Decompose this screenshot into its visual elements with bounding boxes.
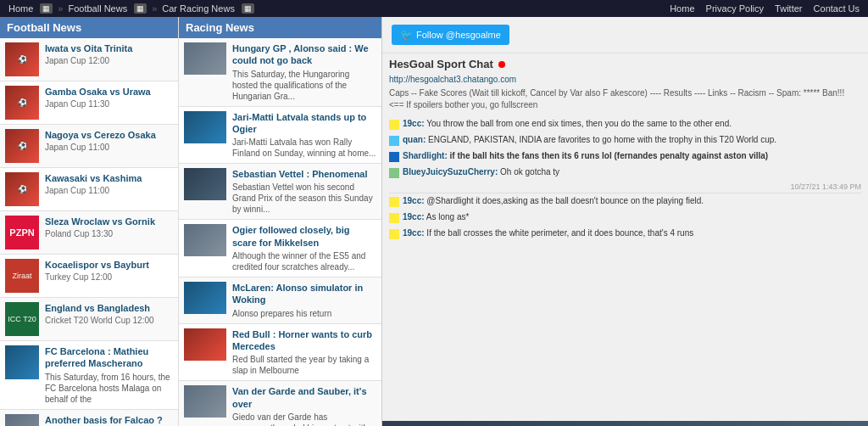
news-info: Nagoya vs Cerezo Osaka Japan Cup 11:00 — [45, 129, 173, 152]
news-excerpt: This Saturday, from 16 hours, the FC Bar… — [45, 372, 173, 405]
nav-right-home[interactable]: Home — [670, 3, 694, 14]
divider — [389, 193, 861, 193]
racing-title[interactable]: Sebastian Vettel : Phenomenal — [232, 168, 376, 180]
news-sub: Japan Cup 11:00 — [45, 143, 173, 152]
list-item: ICC T20 England vs Bangladesh Cricket T2… — [0, 298, 178, 341]
racing-info: McLaren: Alonso simulator in Woking Alon… — [232, 282, 376, 319]
racing-title[interactable]: Ogier followed closely, big scare for Mi… — [232, 224, 376, 249]
pzpn-logo: PZPN — [5, 216, 39, 249]
news-sub: Poland Cup 13:30 — [45, 229, 173, 238]
racing-excerpt: Jari-Matti Latvala has won Rally Finland… — [232, 137, 376, 159]
news-info: Kocaelispor vs Bayburt Turkey Cup 12:00 — [45, 259, 173, 282]
list-item: McLaren: Alonso simulator in Woking Alon… — [179, 277, 381, 324]
racing-title[interactable]: Red Bull : Horner wants to curb Mercedes — [232, 328, 376, 353]
chat-username: quan: — [403, 135, 426, 144]
news-title[interactable]: Nagoya vs Cerezo Osaka — [45, 129, 173, 141]
racing-excerpt: Alonso prepares his return — [232, 308, 376, 319]
football-column: Football News ⚽ Iwata vs Oita Trinita Ja… — [0, 17, 178, 426]
list-item: ⚽ Iwata vs Oita Trinita Japan Cup 12:00 — [0, 38, 178, 81]
list-item: ⚽ Kawasaki vs Kashima Japan Cup 11:00 — [0, 168, 178, 211]
news-title[interactable]: Kawasaki vs Kashima — [45, 172, 173, 184]
racing-thumb — [184, 224, 226, 256]
news-thumb: ⚽ — [5, 129, 39, 163]
list-item: Jari-Matti Latvala stands up to Ogier Ja… — [179, 107, 381, 165]
racing-excerpt: This Saturday, the Hungaroring hosted th… — [232, 69, 376, 102]
football-header: Football News — [0, 17, 178, 38]
user-color-block — [389, 213, 399, 223]
chat-username: 19cc: — [403, 212, 425, 221]
news-thumb: ⚽ — [5, 42, 39, 76]
list-item: Hungary GP , Alonso said : We could not … — [179, 38, 381, 107]
chat-timestamp: 10/27/21 1:43:49 PM — [389, 182, 861, 191]
news-sub: Turkey Cup 12:00 — [45, 272, 173, 282]
nav-right-contact[interactable]: Contact Us — [814, 3, 860, 14]
list-item: Another basis for Falcao ? This Saturday… — [0, 410, 178, 426]
chat-message: 19cc: @Shardlight it does,asking as the … — [389, 195, 861, 207]
nav-football[interactable]: Football News — [68, 3, 127, 14]
list-item: PZPN Sleza Wroclaw vs Gornik Poland Cup … — [0, 211, 178, 255]
racing-info: Red Bull : Horner wants to curb Mercedes… — [232, 328, 376, 377]
news-title[interactable]: Iwata vs Oita Trinita — [45, 42, 173, 54]
racing-thumb — [184, 328, 226, 361]
chat-msg-text: Shardlight: if the ball hits the fans th… — [403, 150, 768, 162]
user-color-block — [389, 197, 399, 207]
bold-quote: if the ball hits the fans then its 6 run… — [450, 151, 769, 160]
twitter-icon: 🐦 — [400, 29, 413, 41]
chat-url[interactable]: http://hesgoalchat3.chatango.com — [382, 75, 868, 87]
nav-right: Home Privacy Policy Twitter Contact Us — [661, 3, 860, 14]
nav-home-icon: ▦ — [40, 3, 53, 14]
nav-right-privacy[interactable]: Privacy Policy — [706, 3, 764, 14]
chat-msg-text: 19cc: @Shardlight it does,asking as the … — [403, 195, 704, 207]
chat-message: 19cc: If the ball crosses the white peri… — [389, 227, 861, 239]
chat-message: BlueyJuicySuzuCherry: Oh ok gotcha ty — [389, 166, 861, 178]
list-item: Ziraat Kocaelispor vs Bayburt Turkey Cup… — [0, 255, 178, 298]
t20-logo: ICC T20 — [5, 302, 39, 336]
list-item: Sebastian Vettel : Phenomenal Sebastian … — [179, 164, 381, 220]
chat-message: Shardlight: if the ball hits the fans th… — [389, 150, 861, 162]
chat-username: BlueyJuicySuzuCherry: — [403, 167, 498, 177]
news-info: Kawasaki vs Kashima Japan Cup 11:00 — [45, 172, 173, 195]
list-item: FC Barcelona : Mathieu preferred Mascher… — [0, 341, 178, 410]
news-sub: Cricket T20 World Cup 12:00 — [45, 316, 173, 325]
nav-racing-icon: ▦ — [242, 3, 254, 14]
racing-thumb — [184, 111, 226, 143]
racing-title[interactable]: Jari-Matti Latvala stands up to Ogier — [232, 111, 376, 136]
follow-button[interactable]: 🐦 Follow @hesgoalme — [392, 25, 509, 45]
racing-title[interactable]: McLaren: Alonso simulator in Woking — [232, 282, 376, 306]
nav-home[interactable]: Home — [8, 3, 33, 14]
news-sub: Japan Cup 12:00 — [45, 56, 173, 65]
chat-username: 19cc: — [403, 119, 425, 128]
racing-excerpt: Giedo van der Garde has permanently ende… — [232, 412, 376, 426]
news-title[interactable]: Sleza Wroclaw vs Gornik — [45, 216, 173, 227]
racing-title[interactable]: Hungary GP , Alonso said : We could not … — [232, 42, 376, 67]
nav-right-twitter[interactable]: Twitter — [775, 3, 802, 14]
main-wrapper: Football News ⚽ Iwata vs Oita Trinita Ja… — [0, 17, 868, 426]
racing-column: Racing News Hungary GP , Alonso said : W… — [178, 17, 381, 426]
list-item: Van der Garde and Sauber, it's over Gied… — [179, 381, 381, 426]
news-thumb: PZPN — [5, 216, 39, 249]
chat-username: 19cc: — [403, 228, 425, 238]
news-title[interactable]: Kocaelispor vs Bayburt — [45, 259, 173, 271]
news-sub: Japan Cup 11:00 — [45, 186, 173, 195]
nav-racing[interactable]: Car Racing News — [162, 3, 235, 14]
news-title[interactable]: FC Barcelona : Mathieu preferred Mascher… — [45, 345, 173, 370]
nav-football-icon: ▦ — [134, 3, 147, 14]
chat-messages: 19cc: You throw the ball from one end si… — [382, 115, 868, 421]
news-title[interactable]: Gamba Osaka vs Urawa — [45, 86, 173, 98]
news-thumb: ⚽ — [5, 172, 39, 206]
user-color-block — [389, 168, 399, 178]
list-item: Red Bull : Horner wants to curb Mercedes… — [179, 324, 381, 382]
news-title[interactable]: Another basis for Falcao ? — [45, 414, 173, 426]
racing-title[interactable]: Van der Garde and Sauber, it's over — [232, 385, 376, 410]
chat-message: quan: ENGLAND, PAKISTAN, INDIA are favor… — [389, 134, 861, 146]
follow-label: Follow @hesgoalme — [416, 30, 501, 40]
chat-msg-text: quan: ENGLAND, PAKISTAN, INDIA are favor… — [403, 134, 776, 146]
top-navigation: Home ▦ » Football News ▦ » Car Racing Ne… — [0, 0, 868, 17]
chat-column: 🐦 Follow @hesgoalme HesGoal Sport Chat h… — [381, 17, 868, 426]
news-title[interactable]: England vs Bangladesh — [45, 302, 173, 314]
user-color-block — [389, 229, 399, 239]
news-info: Sleza Wroclaw vs Gornik Poland Cup 13:30 — [45, 216, 173, 238]
chat-msg-text: 19cc: As long as* — [403, 211, 469, 223]
chat-photo-inner: Građani iz Beograda već zarađuju milione… — [382, 421, 868, 426]
racing-info: Hungary GP , Alonso said : We could not … — [232, 42, 376, 102]
